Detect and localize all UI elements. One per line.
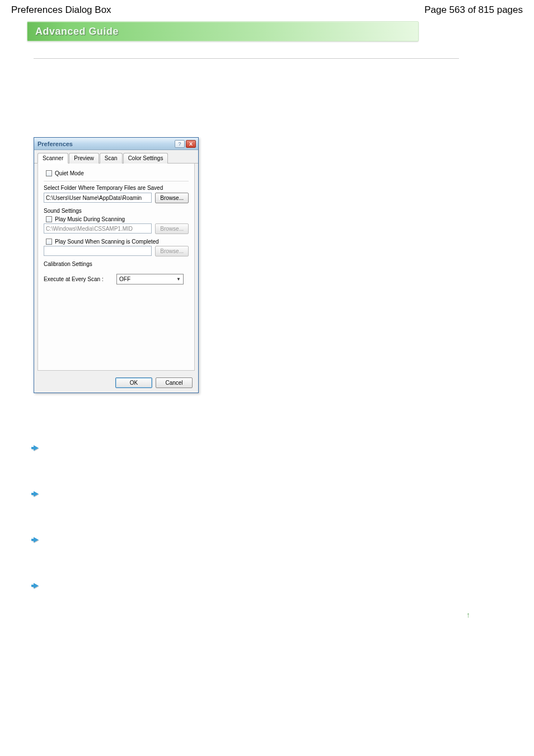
banner-title: Advanced Guide (35, 26, 119, 38)
temp-folder-label: Select Folder Where Temporary Files are … (44, 185, 189, 191)
quiet-mode-checkbox[interactable] (46, 170, 52, 176)
arrow-right-icon (34, 537, 39, 543)
temp-folder-row: Browse... (44, 193, 189, 203)
close-icon[interactable]: X (186, 140, 196, 148)
arrow-right-icon (34, 445, 39, 451)
divider-line (44, 181, 189, 181)
execute-every-scan-value: OFF (119, 276, 130, 282)
page-number: Page 563 of 815 pages (424, 4, 523, 16)
link-row-2[interactable] (34, 489, 534, 498)
play-complete-checkbox[interactable] (46, 239, 52, 245)
page-header: Preferences Dialog Box Page 563 of 815 p… (0, 0, 534, 18)
play-complete-path-row: Browse... (44, 246, 189, 256)
browse-button-during: Browse... (155, 223, 189, 234)
dialog-footer: OK Cancel (34, 374, 198, 393)
link-row-3[interactable] (34, 535, 534, 544)
page-top-link[interactable]: ↑ (34, 610, 470, 619)
link-row-1[interactable] (34, 444, 534, 452)
divider (34, 58, 459, 59)
play-during-checkbox[interactable] (46, 216, 52, 222)
tab-content-scanner: Quiet Mode Select Folder Where Temporary… (38, 164, 195, 371)
browse-button-temp[interactable]: Browse... (155, 193, 189, 203)
arrow-right-icon (34, 491, 39, 497)
tab-scan[interactable]: Scan (100, 153, 123, 164)
play-complete-row: Play Sound When Scanning is Completed (46, 239, 189, 245)
link-row-4[interactable] (34, 581, 534, 590)
tab-color-settings[interactable]: Color Settings (123, 153, 168, 164)
chevron-down-icon: ▼ (176, 277, 181, 282)
arrow-right-icon (34, 583, 39, 589)
quiet-mode-row: Quiet Mode (46, 170, 189, 176)
banner-advanced-guide: Advanced Guide (27, 21, 419, 41)
tab-preview[interactable]: Preview (69, 153, 99, 164)
calibration-settings-label: Calibration Settings (44, 261, 189, 267)
page-title: Preferences Dialog Box (11, 4, 111, 16)
help-icon[interactable]: ? (175, 140, 185, 148)
arrow-up-icon: ↑ (466, 610, 470, 619)
play-during-path-field (44, 223, 152, 234)
play-during-row: Play Music During Scanning (46, 216, 189, 222)
execute-every-scan-label: Execute at Every Scan : (44, 276, 104, 282)
play-during-label: Play Music During Scanning (55, 216, 125, 222)
execute-every-scan-dropdown[interactable]: OFF ▼ (116, 274, 184, 284)
play-complete-path-field (44, 246, 152, 256)
play-complete-label: Play Sound When Scanning is Completed (55, 239, 159, 245)
ok-button[interactable]: OK (115, 377, 152, 388)
titlebar[interactable]: Preferences ? X (34, 138, 198, 150)
tabs: Scanner Preview Scan Color Settings (34, 150, 198, 164)
play-during-path-row: Browse... (44, 223, 189, 234)
dialog-title: Preferences (38, 141, 73, 147)
tab-scanner[interactable]: Scanner (38, 153, 68, 164)
browse-button-complete: Browse... (155, 246, 189, 256)
sound-settings-label: Sound Settings (44, 208, 189, 214)
links-area (34, 444, 534, 590)
temp-folder-field[interactable] (44, 193, 152, 203)
window-buttons: ? X (175, 140, 196, 148)
preferences-dialog: Preferences ? X Scanner Preview Scan Col… (34, 137, 199, 393)
cancel-button[interactable]: Cancel (156, 377, 193, 388)
quiet-mode-label: Quiet Mode (55, 170, 84, 176)
